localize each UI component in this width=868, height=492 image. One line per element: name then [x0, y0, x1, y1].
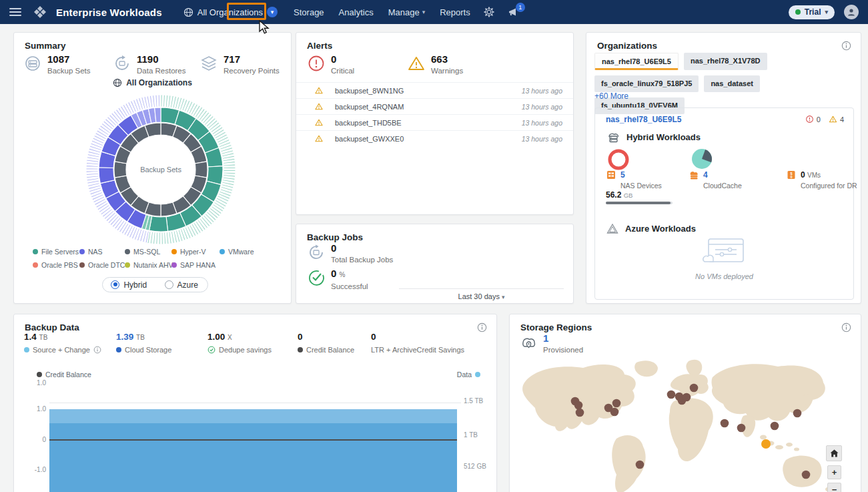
stat-label: Backup Sets [47, 67, 91, 75]
legend-dot [125, 262, 130, 268]
sunburst-segment[interactable] [86, 173, 98, 175]
sunburst-segment[interactable] [155, 95, 157, 107]
legend-dot [79, 249, 85, 254]
sunburst-segment[interactable] [86, 168, 98, 170]
nas-devices-donut-chart[interactable] [607, 148, 630, 171]
region-dot[interactable] [574, 401, 583, 410]
toggle-label: Hybrid [123, 280, 147, 290]
sunburst-segment[interactable] [155, 107, 161, 122]
legend-dot [79, 262, 85, 268]
sunburst-segment[interactable] [163, 95, 165, 107]
nav-item-analytics[interactable]: Analytics [339, 7, 374, 17]
region-dot[interactable] [721, 419, 729, 428]
region-dot[interactable] [737, 424, 746, 433]
org-chip[interactable]: fs_oracle_linux79_518PJ5 [594, 75, 699, 92]
toggle-option-azure[interactable]: Azure [155, 280, 208, 290]
map-zoom-out-button[interactable]: − [827, 483, 841, 492]
world-map[interactable] [516, 358, 855, 492]
sunburst-segment[interactable] [161, 232, 163, 244]
info-icon[interactable] [93, 346, 101, 354]
region-dot[interactable] [771, 422, 779, 431]
cloudcache-pie-chart[interactable] [690, 147, 714, 171]
alert-row[interactable]: backupset_GWXXE013 hours ago [296, 130, 573, 146]
org-chip[interactable]: nas_dataset [704, 75, 760, 92]
sunburst-segment[interactable] [165, 95, 168, 107]
info-icon[interactable] [841, 41, 851, 51]
announcements-button[interactable]: 1 [508, 7, 519, 17]
more-orgs-link[interactable]: +60 More [594, 91, 628, 101]
legend-dot [37, 372, 42, 377]
sunburst-segment[interactable] [224, 175, 236, 178]
org-name-link[interactable]: nas_rhel78_U6E9L5 [606, 115, 681, 124]
user-avatar[interactable] [844, 5, 859, 19]
sunburst-segment[interactable] [161, 95, 162, 107]
alert-name: backupset_THD5BE [335, 119, 402, 127]
provisioned-region-dot[interactable] [761, 439, 771, 449]
sunburst-segment[interactable] [114, 162, 127, 178]
stat-value: 0 [331, 243, 393, 254]
sunburst-segment[interactable] [195, 162, 207, 178]
sunburst-segment[interactable] [164, 232, 166, 244]
sunburst-segment[interactable] [224, 172, 236, 174]
legend-item-oracle-pbs: Oracle PBS [33, 258, 79, 272]
globe-icon [183, 7, 193, 17]
nav-item-label: Storage [294, 7, 324, 17]
sunburst-segment[interactable] [166, 232, 169, 244]
trial-dropdown[interactable]: Trial ▾ [789, 5, 835, 19]
map-zoom-in-button[interactable]: + [827, 465, 841, 479]
legend-dot [125, 249, 130, 254]
card-title: Storage Regions [520, 322, 592, 332]
backup-sets-sunburst-chart[interactable]: Backup Sets [84, 93, 238, 246]
toggle-option-hybrid[interactable]: Hybrid [103, 280, 155, 290]
org-chip[interactable]: nas_rhel78_U6E9L5 [594, 53, 679, 70]
sunburst-segment[interactable] [149, 216, 168, 232]
hybrid-cloud-icon [606, 131, 620, 143]
region-dot[interactable] [576, 409, 584, 417]
sunburst-segment[interactable] [224, 167, 236, 169]
nav-item-reports[interactable]: Reports [440, 7, 470, 17]
map-home-button[interactable] [826, 445, 842, 461]
nav-item-storage[interactable]: Storage [294, 7, 324, 17]
sunburst-segment[interactable] [158, 95, 160, 107]
sunburst-segment[interactable] [159, 232, 160, 244]
region-dot[interactable] [793, 409, 802, 418]
alert-row[interactable]: backupset_8WN1NG13 hours ago [296, 82, 573, 98]
chevron-down-icon[interactable]: ▾ [267, 7, 278, 17]
region-dot[interactable] [610, 408, 619, 417]
stat-value: 1.39 TB [116, 332, 171, 342]
sunburst-segment[interactable] [86, 162, 98, 165]
info-icon[interactable] [477, 322, 487, 332]
sunburst-segment[interactable] [86, 171, 98, 173]
nav-item-manage[interactable]: Manage▾ [388, 7, 426, 17]
org-selector[interactable]: All Organizations ▾ [183, 7, 278, 17]
alert-row[interactable]: backupset_4RQNAM13 hours ago [296, 98, 573, 114]
region-dot[interactable] [612, 399, 621, 408]
date-range-dropdown[interactable]: Last 30 days ▾ [399, 292, 564, 300]
legend-dot [298, 347, 303, 352]
sunburst-segment[interactable] [86, 165, 98, 167]
backup-jobs-card: Backup Jobs 0Total Backup Jobs 0 %Succes… [296, 224, 574, 304]
sunburst-segment[interactable] [224, 164, 236, 166]
info-icon[interactable] [841, 322, 851, 332]
sunburst-segment[interactable] [223, 162, 235, 164]
org-chip[interactable]: nas_rhel78_X1V78D [684, 53, 767, 70]
sunburst-segment[interactable] [153, 95, 155, 107]
alert-row[interactable]: backupset_THD5BE13 hours ago [296, 114, 573, 130]
y-axis-tick-right: 1.5 TB [464, 397, 483, 405]
sunburst-segment[interactable] [99, 168, 115, 184]
region-dot[interactable] [690, 384, 699, 393]
sunburst-segment[interactable] [87, 176, 99, 178]
settings-button[interactable] [484, 7, 494, 17]
region-dot[interactable] [636, 461, 644, 469]
region-dot[interactable] [667, 391, 676, 399]
card-title: Alerts [307, 41, 332, 51]
hamburger-menu-icon[interactable] [9, 8, 21, 16]
legend-dot [116, 347, 121, 352]
sunburst-segment[interactable] [153, 232, 155, 244]
region-dot[interactable] [802, 471, 811, 479]
region-dot[interactable] [683, 393, 691, 402]
trial-status-dot [795, 9, 801, 15]
sunburst-segment[interactable] [224, 170, 236, 171]
sunburst-segment[interactable] [156, 232, 158, 244]
backup-data-stat-ltr-archivecredit-savings: 0LTR + ArchiveCredit Savings [371, 332, 464, 354]
